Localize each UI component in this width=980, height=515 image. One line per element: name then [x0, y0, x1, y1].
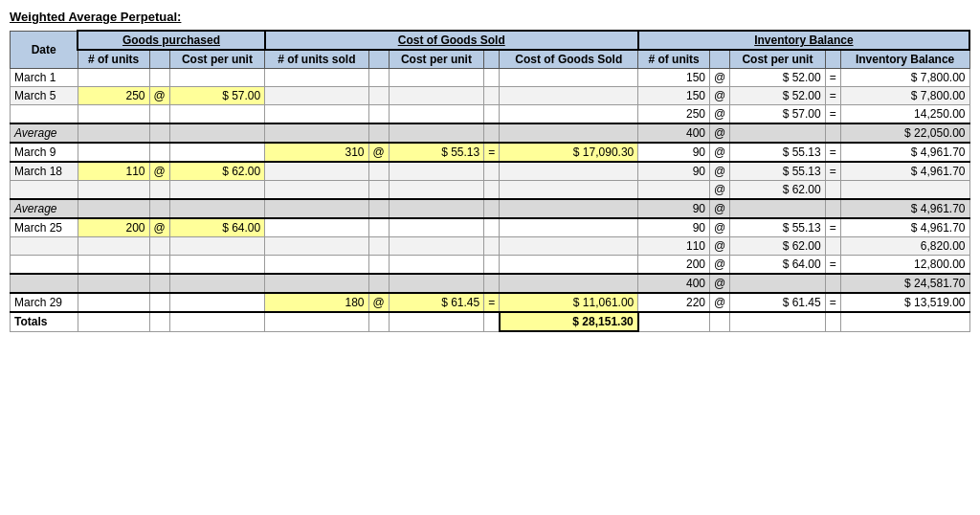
- cogs-cpu: [389, 162, 484, 181]
- gp-units: [78, 143, 149, 162]
- date-cell: [11, 237, 78, 256]
- inv-bal-cell: $ 22,050.00: [840, 123, 969, 143]
- gp-cost: [169, 69, 265, 87]
- inv-bal: 6,820.00: [840, 237, 969, 256]
- cogs-eq: [484, 256, 500, 275]
- date-cell: [11, 274, 78, 293]
- cogs-sym: [368, 105, 389, 124]
- table-row: Average90@$ 4,961.70: [11, 199, 970, 218]
- cogs-cpu: [389, 69, 484, 87]
- table-row: @$ 62.00: [11, 181, 970, 200]
- inv-units: 110: [638, 237, 710, 256]
- inv-units: 220: [638, 293, 710, 312]
- cogs-units: [265, 69, 368, 87]
- gp-sym: [149, 123, 169, 143]
- cogs-units: 310: [265, 143, 368, 162]
- cogs-total: [500, 162, 638, 181]
- cogs-units: [265, 162, 368, 181]
- cogs-units: [265, 105, 368, 124]
- inv-eq: [825, 274, 840, 293]
- cogs-total: $ 17,090.30: [500, 143, 638, 162]
- cogs-cpu: [389, 274, 484, 293]
- cogs-sym: [368, 237, 389, 256]
- inv-bal: 12,800.00: [840, 256, 969, 275]
- inv-units: 90: [638, 143, 710, 162]
- date-cell: March 25: [11, 218, 78, 237]
- cogs-cpu: $ 61.45: [389, 293, 484, 312]
- inv-units: 90: [638, 162, 710, 181]
- table-row: 250@$ 57.00=14,250.00: [11, 105, 970, 124]
- inv-bal: 14,250.00: [840, 105, 969, 124]
- inv-units: 90: [638, 218, 710, 237]
- cogs-eq: [484, 181, 500, 200]
- cogs-sym: [368, 87, 389, 105]
- inv-col: [825, 312, 840, 331]
- inv-at: @: [710, 105, 730, 124]
- cogs-sym: [368, 123, 389, 143]
- table-row: Average400@$ 22,050.00: [11, 123, 970, 143]
- date-cell: [11, 256, 78, 275]
- cogs-cpu: [389, 105, 484, 124]
- date-cell: March 1: [11, 69, 78, 87]
- inv-col: [638, 312, 710, 331]
- inv-units: 150: [638, 69, 710, 87]
- gp-sym: [149, 293, 169, 312]
- gp-cost: $ 62.00: [169, 162, 265, 181]
- inv-bal-cell: $ 24,581.70: [840, 274, 969, 293]
- inv-at: @: [710, 256, 730, 275]
- table-row: March 25200@$ 64.0090@$ 55.13=$ 4,961.70: [11, 218, 970, 237]
- inv-at: @: [710, 237, 730, 256]
- inv-at: @: [710, 162, 730, 181]
- cogs-eq: [484, 312, 500, 331]
- gp-units: [78, 274, 149, 293]
- inv-cpu: $ 57.00: [730, 105, 826, 124]
- date-cell: March 5: [11, 87, 78, 105]
- gp-units: 250: [78, 87, 149, 105]
- cogs-total: [500, 237, 638, 256]
- gp-cost: [169, 143, 265, 162]
- table-row: 110@$ 62.006,820.00: [11, 237, 970, 256]
- date-cell: Average: [11, 123, 78, 143]
- gp-cost: [169, 274, 265, 293]
- date-cell: March 29: [11, 293, 78, 312]
- date-header: Date: [11, 31, 78, 69]
- cogs-units: [265, 237, 368, 256]
- gp-cost: $ 64.00: [169, 218, 265, 237]
- cogs-total: [500, 274, 638, 293]
- cogs-units-header: # of units sold: [265, 50, 368, 69]
- table-row: March 1150@$ 52.00=$ 7,800.00: [11, 69, 970, 87]
- cogs-total: [500, 256, 638, 275]
- inv-eq: =: [825, 69, 840, 87]
- inv-bal: $ 13,519.00: [840, 293, 969, 312]
- inv-bal: $ 4,961.70: [840, 218, 969, 237]
- gp-empty-header: [149, 50, 169, 69]
- gp-units: 110: [78, 162, 149, 181]
- inv-cpu: $ 61.45: [730, 293, 826, 312]
- cogs-units: [265, 274, 368, 293]
- inv-cpu: $ 55.13: [730, 162, 826, 181]
- inv-eq: [825, 181, 840, 200]
- date-cell: [11, 181, 78, 200]
- cogs-cpu: [389, 256, 484, 275]
- cogs-eq-header: [484, 50, 500, 69]
- inv-units: 250: [638, 105, 710, 124]
- gp-cost: $ 57.00: [169, 87, 265, 105]
- cogs-total: $ 11,061.00: [500, 293, 638, 312]
- inv-cpu: [730, 199, 826, 218]
- cogs-eq: [484, 105, 500, 124]
- cogs-sym: [368, 312, 389, 331]
- header-sub-row: # of units Cost per unit # of units sold…: [11, 50, 970, 69]
- table-row: 200@$ 64.00=12,800.00: [11, 256, 970, 275]
- cogs-total: [500, 181, 638, 200]
- inv-cpu: $ 62.00: [730, 181, 826, 200]
- gp-cost: [169, 293, 265, 312]
- gp-cost: [169, 123, 265, 143]
- cogs-eq: [484, 162, 500, 181]
- gp-units: [78, 105, 149, 124]
- inv-eq: =: [825, 143, 840, 162]
- table-row: March 9310@$ 55.13=$ 17,090.3090@$ 55.13…: [11, 143, 970, 162]
- cogs-sym: [368, 162, 389, 181]
- inv-balance-header: Inventory Balance: [638, 31, 969, 50]
- cogs-total: [500, 218, 638, 237]
- gp-cost-header: Cost per unit: [169, 50, 265, 69]
